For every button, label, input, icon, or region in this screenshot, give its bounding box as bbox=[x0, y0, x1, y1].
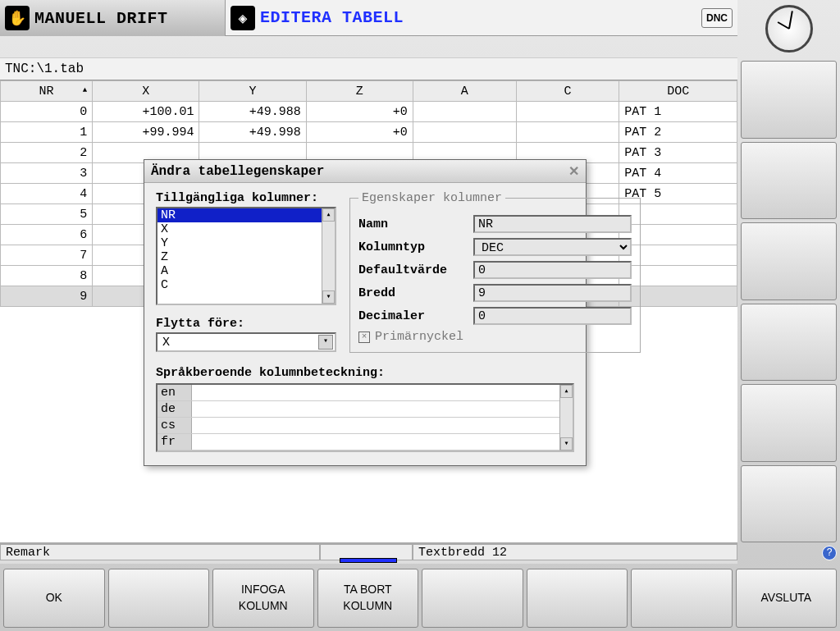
primary-key-label: Primärnyckel bbox=[375, 330, 463, 344]
move-before-combo[interactable]: X ▾ bbox=[156, 332, 336, 352]
cell-c[interactable] bbox=[516, 122, 619, 143]
right-softkey-4[interactable] bbox=[741, 304, 837, 382]
column-properties-group: Egenskaper kolumner Namn Kolumntyp DEC bbox=[349, 191, 641, 353]
cell-nr[interactable]: 5 bbox=[1, 204, 93, 225]
col-header-c[interactable]: C bbox=[516, 81, 619, 102]
list-item[interactable]: X bbox=[158, 222, 335, 236]
cell-y[interactable]: +49.998 bbox=[199, 122, 306, 143]
mode-edit-table[interactable]: ◈ EDITERA TABELL bbox=[226, 0, 413, 36]
softkey-6[interactable] bbox=[527, 569, 628, 628]
col-header-z[interactable]: Z bbox=[306, 81, 413, 102]
cell-nr[interactable]: 2 bbox=[1, 143, 93, 163]
lang-value[interactable] bbox=[192, 385, 573, 400]
softkey-delete-column[interactable]: TA BORTKOLUMN bbox=[317, 569, 419, 628]
chevron-down-icon[interactable]: ▾ bbox=[318, 335, 333, 350]
cell-nr[interactable]: 1 bbox=[1, 122, 93, 143]
width-field[interactable] bbox=[473, 284, 632, 302]
scroll-up-icon[interactable]: ▴ bbox=[322, 208, 335, 222]
language-columns-table[interactable]: endecsfr ▴ ▾ bbox=[156, 383, 574, 452]
right-softkey-3[interactable] bbox=[741, 222, 837, 300]
hand-icon: ✋ bbox=[5, 6, 30, 30]
cell-z[interactable]: +0 bbox=[306, 122, 413, 143]
lang-row[interactable]: de bbox=[158, 401, 573, 418]
lang-value[interactable] bbox=[192, 434, 573, 450]
mode-manual[interactable]: ✋ MANUELL DRIFT bbox=[0, 0, 226, 36]
softkey-2[interactable] bbox=[108, 569, 210, 628]
softkey-insert-column[interactable]: INFOGAKOLUMN bbox=[212, 569, 314, 628]
softkey-ok[interactable]: OK bbox=[3, 569, 105, 628]
col-header-x[interactable]: X bbox=[93, 81, 199, 102]
col-header-y[interactable]: Y bbox=[199, 81, 306, 102]
col-header-doc[interactable]: DOC bbox=[619, 81, 737, 102]
lang-value[interactable] bbox=[192, 401, 573, 417]
right-softkey-2[interactable] bbox=[741, 142, 837, 220]
scroll-down-icon[interactable]: ▾ bbox=[560, 437, 573, 450]
cell-c[interactable] bbox=[516, 102, 619, 122]
cell-x[interactable]: +99.994 bbox=[93, 122, 199, 143]
width-label: Bredd bbox=[358, 286, 473, 300]
lang-row[interactable]: cs bbox=[158, 418, 573, 434]
cell-doc[interactable]: PAT 4 bbox=[619, 163, 737, 184]
right-softkey-1[interactable] bbox=[741, 61, 837, 139]
file-path: TNC:\1.tab bbox=[0, 58, 737, 80]
move-before-label: Flytta före: bbox=[156, 317, 336, 331]
primary-key-checkbox[interactable]: × bbox=[358, 332, 370, 343]
scroll-down-icon[interactable]: ▾ bbox=[322, 290, 335, 304]
cell-nr[interactable]: 8 bbox=[1, 266, 93, 286]
scrollbar[interactable]: ▴ ▾ bbox=[322, 208, 335, 304]
softkey-5[interactable] bbox=[422, 569, 523, 628]
type-select[interactable]: DEC bbox=[473, 238, 632, 256]
col-header-a[interactable]: A bbox=[413, 81, 516, 102]
properties-legend: Egenskaper kolumner bbox=[358, 191, 505, 205]
name-field[interactable] bbox=[473, 215, 632, 233]
softkey-page-indicator[interactable] bbox=[0, 560, 737, 564]
mode-edit-table-label: EDITERA TABELL bbox=[260, 8, 404, 27]
right-softkey-5[interactable] bbox=[741, 384, 837, 462]
cell-a[interactable] bbox=[413, 102, 516, 122]
scrollbar[interactable]: ▴ ▾ bbox=[559, 385, 573, 450]
col-header-nr[interactable]: NR▲ bbox=[1, 81, 93, 102]
close-icon[interactable]: ✕ bbox=[568, 163, 579, 179]
cell-nr[interactable]: 9 bbox=[1, 286, 93, 307]
lang-value[interactable] bbox=[192, 418, 573, 433]
available-columns-list[interactable]: NRXYZAC ▴ ▾ bbox=[156, 207, 336, 305]
dialog-title: Ändra tabellegenskaper bbox=[151, 164, 324, 179]
list-item[interactable]: A bbox=[158, 264, 335, 278]
list-item[interactable]: Y bbox=[158, 236, 335, 250]
cell-nr[interactable]: 4 bbox=[1, 184, 93, 204]
status-textwidth: Textbredd 12 bbox=[413, 544, 737, 560]
scroll-up-icon[interactable]: ▴ bbox=[560, 385, 573, 398]
cell-doc[interactable]: PAT 1 bbox=[619, 102, 737, 122]
decimals-label: Decimaler bbox=[358, 309, 473, 323]
help-icon[interactable]: ? bbox=[822, 546, 837, 560]
default-label: Defaultvärde bbox=[358, 263, 473, 277]
lang-row[interactable]: fr bbox=[158, 434, 573, 450]
cell-nr[interactable]: 3 bbox=[1, 163, 93, 184]
clock bbox=[737, 0, 840, 57]
cell-x[interactable]: +100.01 bbox=[93, 102, 199, 122]
cell-doc[interactable]: PAT 2 bbox=[619, 122, 737, 143]
list-item[interactable]: NR bbox=[158, 208, 335, 222]
cell-nr[interactable]: 6 bbox=[1, 225, 93, 245]
cell-z[interactable]: +0 bbox=[306, 102, 413, 122]
name-label: Namn bbox=[358, 217, 473, 231]
softkey-end[interactable]: AVSLUTA bbox=[736, 569, 838, 628]
cell-a[interactable] bbox=[413, 122, 516, 143]
edit-table-properties-dialog: Ändra tabellegenskaper ✕ Tillgängliga ko… bbox=[144, 159, 587, 466]
cell-nr[interactable]: 7 bbox=[1, 245, 93, 266]
list-item[interactable]: C bbox=[158, 278, 335, 292]
dnc-button[interactable]: DNC bbox=[701, 8, 733, 28]
data-table[interactable]: NR▲ X Y Z A C DOC 0+100.01+49.988+0PAT 1… bbox=[0, 80, 737, 542]
cell-nr[interactable]: 0 bbox=[1, 102, 93, 122]
lang-code: en bbox=[158, 385, 192, 400]
decimals-field[interactable] bbox=[473, 307, 632, 325]
default-field[interactable] bbox=[473, 261, 632, 279]
softkey-7[interactable] bbox=[631, 569, 733, 628]
cell-doc[interactable]: PAT 3 bbox=[619, 143, 737, 163]
list-item[interactable]: Z bbox=[158, 250, 335, 264]
table-row[interactable]: 1+99.994+49.998+0PAT 2 bbox=[1, 122, 737, 143]
table-row[interactable]: 0+100.01+49.988+0PAT 1 bbox=[1, 102, 737, 122]
lang-row[interactable]: en bbox=[158, 385, 573, 401]
right-softkey-6[interactable] bbox=[741, 465, 837, 543]
cell-y[interactable]: +49.988 bbox=[199, 102, 306, 122]
